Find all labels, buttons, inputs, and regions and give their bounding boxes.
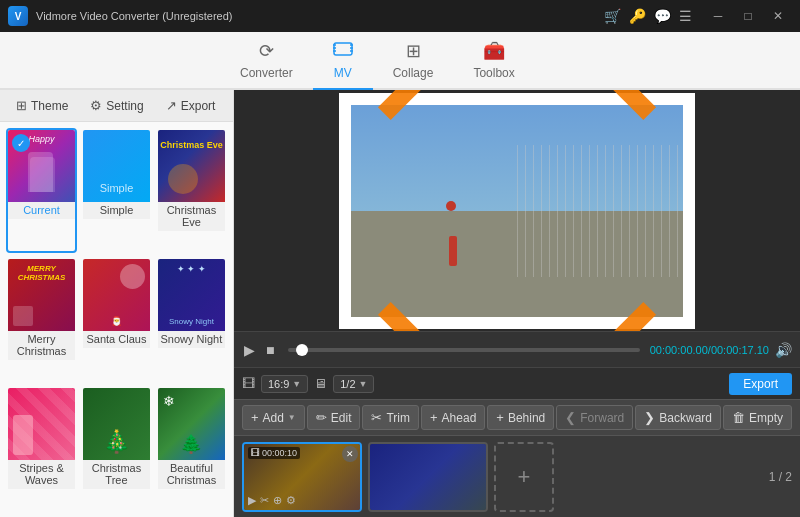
progress-indicator [296,344,308,356]
subtab-export[interactable]: ↗ Export [156,94,226,117]
clip-controls-1: ▶ ✂ ⊕ ⚙ [248,494,296,507]
stop-button[interactable]: ⏹ [263,342,278,358]
trim-label: Trim [386,411,410,425]
edit-button[interactable]: ✏ Edit [307,405,361,430]
behind-button[interactable]: + Behind [487,405,554,430]
theme-christmas-eve-label: Christmas Eve [158,202,225,231]
subtab-theme-label: Theme [31,99,68,113]
clip-crop-icon[interactable]: ⊕ [273,494,282,507]
theme-stripes-waves[interactable]: Stripes & Waves [6,386,77,511]
forward-button[interactable]: ❮ Forward [556,405,633,430]
backward-button[interactable]: ❯ Backward [635,405,721,430]
theme-grid: Happy ✓ Current Simple Simple Christmas … [0,122,233,517]
window-controls: ─ □ ✕ [704,6,792,26]
add-button[interactable]: + Add ▼ [242,405,305,430]
theme-current[interactable]: Happy ✓ Current [6,128,77,253]
theme-santa-claus-label: Santa Claus [83,331,150,348]
ahead-button[interactable]: + Ahead [421,405,485,430]
title-bar: V Vidmore Video Converter (Unregistered)… [0,0,800,32]
trim-icon: ✂ [371,410,382,425]
theme-merry-christmas[interactable]: MERRYCHRISTMAS Merry Christmas [6,257,77,382]
setting-icon: ⚙ [90,98,102,113]
backward-label: Backward [659,411,712,425]
clip-edit-icon[interactable]: ✂ [260,494,269,507]
collage-icon: ⊞ [406,40,421,62]
converter-icon: ⟳ [259,40,274,62]
clip-close-1[interactable]: ✕ [342,446,358,462]
edit-label: Edit [331,411,352,425]
subtab-setting[interactable]: ⚙ Setting [80,94,153,117]
theme-santa-claus[interactable]: 🎅 Santa Claus [81,257,152,382]
maximize-button[interactable]: □ [734,6,762,26]
subtab-theme[interactable]: ⊞ Theme [6,94,78,117]
clip-time-1: 🎞 00:00:10 [248,447,300,459]
tab-converter-label: Converter [240,66,293,80]
minimize-button[interactable]: ─ [704,6,732,26]
clip-thumbnail-2 [370,444,486,510]
screen-select[interactable]: 1/2 ▼ [333,375,374,393]
screen-dropdown-arrow: ▼ [359,379,368,389]
right-panel: ▶ ⏹ 00:00:00.00/00:00:17.10 🔊 🎞 16:9 ▼ 🖥… [234,90,800,517]
empty-label: Empty [749,411,783,425]
key-icon[interactable]: 🔑 [629,8,646,24]
clip-item-1[interactable]: 🎞 00:00:10 ✕ ▶ ✂ ⊕ ⚙ [242,442,362,512]
header-icons: 🛒 🔑 💬 ☰ [604,8,692,24]
add-dropdown-arrow: ▼ [288,413,296,422]
backward-icon: ❯ [644,410,655,425]
svg-rect-0 [334,43,352,55]
behind-label: Behind [508,411,545,425]
ahead-label: Ahead [442,411,477,425]
time-display: 00:00:00.00/00:00:17.10 [650,344,769,356]
clip-item-2[interactable] [368,442,488,512]
export-button[interactable]: Export [729,373,792,395]
trim-button[interactable]: ✂ Trim [362,405,419,430]
screen-value: 1/2 [340,378,355,390]
film-strip-icon: 🎞 [251,448,260,458]
theme-beautiful-christmas-label: Beautiful Christmas [158,460,225,489]
tab-collage[interactable]: ⊞ Collage [373,34,454,90]
menu-icon[interactable]: ☰ [679,8,692,24]
app-title: Vidmore Video Converter (Unregistered) [36,10,604,22]
empty-button[interactable]: 🗑 Empty [723,405,792,430]
tab-mv[interactable]: MV [313,35,373,90]
progress-bar[interactable] [288,348,640,352]
clip-play-icon[interactable]: ▶ [248,494,256,507]
clip-strip: 🎞 00:00:10 ✕ ▶ ✂ ⊕ ⚙ + 1 / 2 [234,435,800,517]
ahead-icon: + [430,410,438,425]
sub-tabs: ⊞ Theme ⚙ Setting ↗ Export [0,90,233,122]
clip-settings-icon[interactable]: ⚙ [286,494,296,507]
aspect-ratio-select[interactable]: 16:9 ▼ [261,375,308,393]
add-clip-button[interactable]: + [494,442,554,512]
nav-tabs: ⟳ Converter MV ⊞ Collage 🧰 Toolbox [0,32,800,90]
theme-christmas-tree[interactable]: 🎄 Christmas Tree [81,386,152,511]
tab-converter[interactable]: ⟳ Converter [220,34,313,90]
theme-snowy-night-label: Snowy Night [158,331,225,348]
clip-counter: 1 / 2 [769,470,792,484]
chat-icon[interactable]: 💬 [654,8,671,24]
screen-icon: 🖥 [314,376,327,391]
preview-video [347,101,687,321]
theme-grid-icon: ⊞ [16,98,27,113]
theme-simple[interactable]: Simple Simple [81,128,152,253]
toolbox-icon: 🧰 [483,40,505,62]
left-panel: ⊞ Theme ⚙ Setting ↗ Export Happy [0,90,234,517]
behind-icon: + [496,410,504,425]
theme-beautiful-christmas[interactable]: 🌲 ❄ Beautiful Christmas [156,386,227,511]
tab-toolbox[interactable]: 🧰 Toolbox [453,34,534,90]
preview-frame [347,101,687,321]
theme-stripes-waves-label: Stripes & Waves [8,460,75,489]
player-controls: ▶ ⏹ 00:00:00.00/00:00:17.10 🔊 [234,331,800,367]
volume-icon[interactable]: 🔊 [775,342,792,358]
close-button[interactable]: ✕ [764,6,792,26]
theme-christmas-eve[interactable]: Christmas Eve Christmas Eve [156,128,227,253]
bottom-toolbar: + Add ▼ ✏ Edit ✂ Trim + Ahead + Behind ❮ [234,399,800,435]
aspect-ratio-value: 16:9 [268,378,289,390]
theme-snowy-night[interactable]: ✦ ✦ ✦ Snowy Night Snowy Night [156,257,227,382]
tab-mv-label: MV [334,66,352,80]
cart-icon[interactable]: 🛒 [604,8,621,24]
selected-check: ✓ [12,134,30,152]
play-button[interactable]: ▶ [242,340,257,360]
add-label: Add [263,411,284,425]
tab-collage-label: Collage [393,66,434,80]
add-icon: + [251,410,259,425]
